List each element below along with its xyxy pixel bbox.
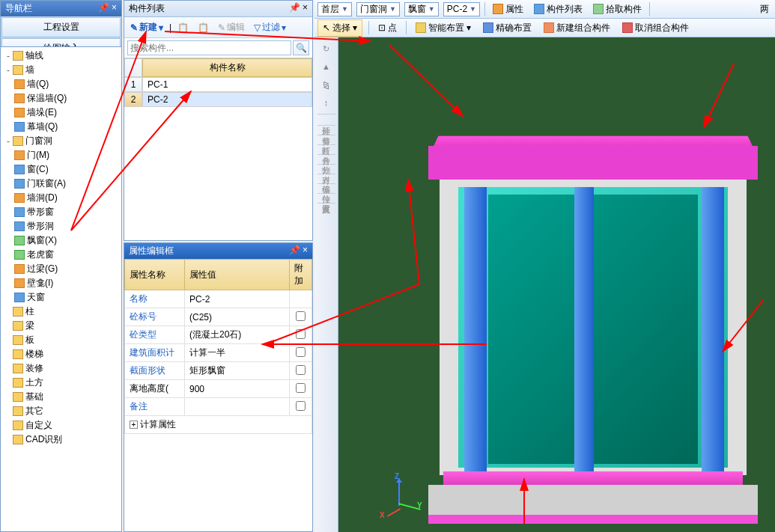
tree-item[interactable]: 壁龛(I) [2, 276, 120, 290]
vtool-flip-icon[interactable]: ⧎ [317, 76, 335, 93]
floor-dropdown[interactable]: 首层▼ [317, 2, 352, 16]
edit-btn[interactable]: ✎ 编辑 [215, 19, 248, 35]
tree-item[interactable]: 过梁(G) [2, 262, 120, 276]
tree-icon [14, 94, 25, 103]
tree-toggle[interactable]: - [4, 65, 13, 76]
new-group-btn[interactable]: 新建组合构件 [541, 20, 613, 36]
prop-check[interactable] [290, 308, 312, 326]
property-row[interactable]: 截面形状矩形飘窗 [125, 362, 312, 380]
tree-item[interactable]: 柱 [2, 305, 120, 319]
vtool-btn[interactable]: 修剪 [317, 127, 335, 133]
new-component-btn[interactable]: ✎ 新建 ▾ [127, 19, 166, 35]
tree-item[interactable]: 基础 [2, 390, 120, 404]
tree-item[interactable]: -轴线 [2, 49, 120, 63]
prop-value[interactable]: 计算一半 [185, 344, 290, 362]
tree-item[interactable]: 门(M) [2, 148, 120, 162]
exact-layout-btn[interactable]: 精确布置 [480, 20, 535, 36]
vtool-btn[interactable]: 拉伸 [317, 186, 335, 192]
tree-item[interactable]: 墙(Q) [2, 77, 120, 91]
property-row[interactable]: 砼类型(混凝土20石) [125, 326, 312, 344]
vtool-rotate-icon[interactable]: ↻ [317, 40, 335, 57]
vtool-arrow-icon[interactable]: ↕ [317, 94, 335, 111]
tree-item[interactable]: 带形窗 [2, 205, 120, 219]
tree-item[interactable]: 老虎窗 [2, 248, 120, 262]
property-row[interactable]: 建筑面积计计算一半 [125, 344, 312, 362]
type-dropdown[interactable]: 飘窗▼ [404, 2, 439, 16]
tree-item[interactable]: 梁 [2, 319, 120, 333]
tree-label: 飘窗(X) [27, 234, 57, 247]
vtool-btn[interactable]: 偏移 [317, 176, 335, 182]
prop-value[interactable]: PC-2 [185, 290, 290, 308]
tree-item[interactable]: 保温墙(Q) [2, 91, 120, 106]
tree-item[interactable]: 窗(C) [2, 162, 120, 177]
tree-toggle[interactable]: - [4, 51, 13, 61]
tree-item[interactable]: 飘窗(X) [2, 233, 120, 248]
property-row[interactable]: +计算属性 [125, 416, 312, 434]
smart-layout-btn[interactable]: 智能布置 ▾ [413, 20, 474, 36]
tree-item[interactable]: CAD识别 [2, 432, 120, 447]
paste-btn[interactable]: 📋 [195, 21, 212, 34]
prop-value[interactable]: 矩形飘窗 [185, 362, 290, 380]
properties-btn[interactable]: 属性 [490, 1, 526, 17]
prop-check[interactable] [290, 326, 312, 344]
both-btn[interactable]: 两 [757, 1, 772, 17]
tree-item[interactable]: 带形洞 [2, 219, 120, 233]
component-row[interactable]: 1PC-1 [124, 77, 312, 92]
vtool-btn[interactable]: 对齐 [317, 166, 335, 172]
property-row[interactable]: 砼标号(C25) [125, 308, 312, 326]
tree-item[interactable]: 墙洞(D) [2, 191, 120, 205]
vtool-btn[interactable]: 打断 [317, 137, 335, 143]
vtool-mirror-icon[interactable]: ▲ [317, 58, 335, 75]
copy-btn[interactable]: 📋 [174, 21, 192, 34]
vtool-btn[interactable]: 合并 [317, 147, 335, 153]
tree-item[interactable]: 土方 [2, 376, 120, 390]
prop-check[interactable] [290, 362, 312, 380]
nav-tree[interactable]: -轴线-墙墙(Q)保温墙(Q)墙垛(E)幕墙(Q)-门窗洞门(M)窗(C)门联窗… [0, 46, 122, 532]
prop-check[interactable] [290, 398, 312, 416]
prop-value[interactable] [185, 398, 290, 416]
tree-icon [13, 349, 23, 359]
panel-controls[interactable]: 📌 × [289, 245, 308, 257]
component-list-btn[interactable]: 构件列表 [531, 1, 586, 17]
prop-check[interactable] [290, 380, 312, 398]
tree-item[interactable]: -墙 [2, 63, 120, 77]
filter-btn[interactable]: ▽ 过滤 ▾ [251, 19, 289, 35]
pick-component-btn[interactable]: 拾取构件 [590, 1, 645, 17]
prop-check[interactable] [290, 344, 312, 362]
vtool-btn[interactable]: 延伸 [317, 117, 335, 123]
tree-item[interactable]: 幕墙(Q) [2, 120, 120, 134]
tree-item[interactable]: 楼梯 [2, 347, 120, 361]
panel-controls[interactable]: 📌 × [289, 2, 308, 15]
component-row[interactable]: 2PC-2 [124, 92, 312, 107]
search-input[interactable] [127, 40, 291, 55]
property-row[interactable]: 备注 [125, 398, 312, 416]
calc-props[interactable]: +计算属性 [125, 416, 312, 434]
search-button[interactable]: 🔍 [293, 40, 309, 55]
tree-item[interactable]: 自定义 [2, 418, 120, 432]
project-settings-btn[interactable]: 工程设置 [1, 17, 121, 37]
component-dropdown[interactable]: PC-2▼ [443, 2, 480, 16]
prop-check[interactable] [290, 290, 312, 308]
tree-item[interactable]: 门联窗(A) [2, 177, 120, 191]
tree-item[interactable]: 墙垛(E) [2, 106, 120, 120]
prop-value[interactable]: (C25) [185, 308, 290, 326]
pin-icon[interactable]: 📌 × [98, 2, 117, 15]
vtool-btn[interactable]: 设置夹点 [317, 195, 335, 201]
tree-toggle[interactable]: - [4, 136, 13, 147]
property-row[interactable]: 名称PC-2 [125, 290, 312, 308]
vtool-btn[interactable]: 分割 [317, 156, 335, 162]
cancel-group-btn[interactable]: 取消组合构件 [619, 20, 692, 36]
separator [484, 2, 485, 16]
prop-value[interactable]: (混凝土20石) [185, 326, 290, 344]
point-btn[interactable]: ⊡ 点 [375, 20, 400, 36]
property-row[interactable]: 离地高度(900 [125, 380, 312, 398]
select-btn[interactable]: ↖ 选择 ▾ [317, 19, 362, 37]
tree-item[interactable]: 其它 [2, 404, 120, 418]
tree-item[interactable]: 装修 [2, 361, 120, 376]
tree-item[interactable]: -门窗洞 [2, 134, 120, 148]
tree-item[interactable]: 天窗 [2, 290, 120, 305]
3d-viewport[interactable]: Z Y X [338, 37, 775, 532]
prop-value[interactable]: 900 [185, 380, 290, 398]
tree-item[interactable]: 板 [2, 333, 120, 347]
category-dropdown[interactable]: 门窗洞▼ [356, 2, 400, 16]
